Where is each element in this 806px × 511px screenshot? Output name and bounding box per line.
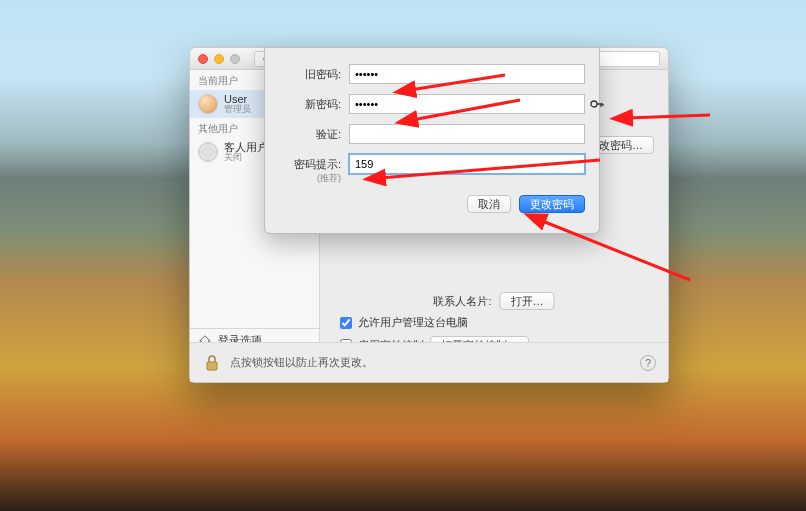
contact-card-label: 联系人名片: (433, 294, 491, 309)
desktop-wallpaper: ‹ › 用户与群组 搜索 当前用户 User 管理员 (0, 0, 806, 511)
avatar-icon (198, 94, 218, 114)
contact-card-row: 联系人名片: 打开… (433, 292, 554, 310)
lock-icon[interactable] (202, 353, 222, 373)
help-button[interactable]: ? (640, 355, 656, 371)
change-password-sheet: 旧密码: 新密码: 验证: 密码提示:(推荐) (264, 48, 600, 234)
minimize-window-button[interactable] (214, 54, 224, 64)
allow-admin-label: 允许用户管理这台电脑 (358, 315, 468, 330)
traffic-lights (198, 54, 240, 64)
lock-hint-text: 点按锁按钮以防止再次更改。 (230, 355, 373, 370)
window-footer: 点按锁按钮以防止再次更改。 ? (190, 342, 668, 382)
close-window-button[interactable] (198, 54, 208, 64)
syspref-window: ‹ › 用户与群组 搜索 当前用户 User 管理员 (189, 47, 669, 383)
allow-admin-row: 允许用户管理这台电脑 (340, 315, 529, 330)
cancel-button[interactable]: 取消 (467, 195, 511, 213)
old-password-input[interactable] (349, 64, 585, 84)
guest-role: 关闭 (224, 153, 268, 162)
key-icon[interactable] (589, 96, 605, 112)
password-hint-input[interactable] (349, 154, 585, 174)
verify-password-label: 验证: (279, 124, 349, 142)
zoom-window-button[interactable] (230, 54, 240, 64)
new-password-input[interactable] (349, 94, 585, 114)
old-password-label: 旧密码: (279, 64, 349, 82)
verify-password-input[interactable] (349, 124, 585, 144)
user-role: 管理员 (224, 105, 251, 114)
password-hint-label: 密码提示:(推荐) (279, 154, 349, 185)
svg-rect-2 (207, 362, 217, 370)
allow-admin-checkbox[interactable] (340, 317, 352, 329)
confirm-change-password-button[interactable]: 更改密码 (519, 195, 585, 213)
avatar-icon (198, 142, 218, 162)
new-password-label: 新密码: (279, 94, 349, 112)
open-contact-card-button[interactable]: 打开… (500, 292, 555, 310)
svg-point-3 (591, 101, 597, 107)
